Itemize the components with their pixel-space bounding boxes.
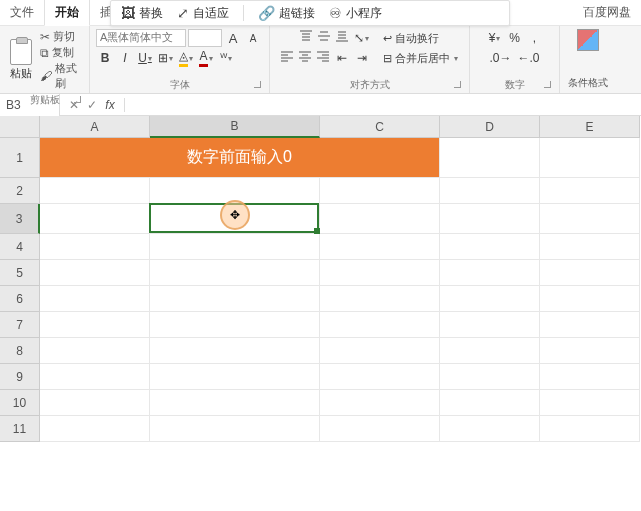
cell[interactable] [440, 364, 540, 390]
align-bottom-button[interactable] [334, 29, 350, 43]
cell[interactable] [320, 364, 440, 390]
row-header-3[interactable]: 3 [0, 204, 40, 234]
cell[interactable] [320, 204, 440, 234]
cell[interactable] [150, 234, 320, 260]
cell[interactable] [40, 286, 150, 312]
currency-button[interactable]: ¥▾ [486, 29, 504, 47]
align-top-button[interactable] [298, 29, 314, 43]
indent-left-button[interactable]: ⇤ [333, 49, 351, 67]
cell[interactable] [150, 338, 320, 364]
align-right-button[interactable] [315, 49, 331, 63]
cell[interactable] [40, 338, 150, 364]
row-header-6[interactable]: 6 [0, 286, 40, 312]
fit-button[interactable]: ⤢ 自适应 [177, 5, 229, 22]
fill-color-button[interactable]: ◬▾ [177, 49, 195, 67]
percent-button[interactable]: % [506, 29, 524, 47]
cell[interactable] [440, 390, 540, 416]
cell[interactable] [320, 178, 440, 204]
align-center-button[interactable] [297, 49, 313, 63]
cell[interactable] [40, 178, 150, 204]
cell[interactable] [320, 338, 440, 364]
row-header-11[interactable]: 11 [0, 416, 40, 442]
row-header-1[interactable]: 1 [0, 138, 40, 178]
orientation-button[interactable]: ⤡▾ [352, 29, 371, 47]
font-name-select[interactable]: A黑体简体中文 [96, 29, 186, 47]
row-header-4[interactable]: 4 [0, 234, 40, 260]
cell[interactable] [440, 416, 540, 442]
replace-button[interactable]: 🖼 替换 [121, 5, 163, 22]
cell[interactable] [440, 178, 540, 204]
cell[interactable] [440, 338, 540, 364]
cell[interactable] [40, 390, 150, 416]
tab-home[interactable]: 开始 [44, 0, 90, 26]
cell[interactable] [440, 260, 540, 286]
borders-button[interactable]: ⊞▾ [156, 49, 175, 67]
align-left-button[interactable] [279, 49, 295, 63]
merge-center-button[interactable]: ⊟ 合并后居中 ▾ [381, 49, 460, 67]
cell[interactable] [440, 234, 540, 260]
cell[interactable] [320, 416, 440, 442]
cell[interactable] [540, 390, 640, 416]
decrease-font-button[interactable]: A [244, 29, 262, 47]
merged-banner-cell[interactable]: 数字前面输入0 [40, 138, 440, 178]
decrease-decimal-button[interactable]: ←.0 [516, 49, 542, 67]
cell[interactable] [150, 364, 320, 390]
cell[interactable] [440, 312, 540, 338]
col-header-C[interactable]: C [320, 116, 440, 138]
cell[interactable] [540, 260, 640, 286]
cond-format-label[interactable]: 条件格式 [566, 76, 610, 90]
row-header-7[interactable]: 7 [0, 312, 40, 338]
tab-baidu[interactable]: 百度网盘 [573, 0, 641, 25]
cell[interactable] [540, 234, 640, 260]
indent-right-button[interactable]: ⇥ [353, 49, 371, 67]
tab-file[interactable]: 文件 [0, 0, 44, 25]
cell[interactable] [440, 204, 540, 234]
cell[interactable] [150, 390, 320, 416]
fx-button[interactable]: fx [102, 98, 118, 112]
cell[interactable] [540, 416, 640, 442]
row-header-5[interactable]: 5 [0, 260, 40, 286]
italic-button[interactable]: I [116, 49, 134, 67]
cell[interactable] [40, 234, 150, 260]
select-all-corner[interactable] [0, 116, 40, 138]
spreadsheet-grid[interactable]: ABCDE 1234567891011 数字前面输入0 ✥ [0, 116, 641, 511]
increase-font-button[interactable]: A [224, 29, 242, 47]
col-header-D[interactable]: D [440, 116, 540, 138]
formula-input[interactable] [125, 95, 641, 115]
hyperlink-button[interactable]: 🔗 超链接 [258, 5, 315, 22]
col-header-B[interactable]: B [150, 116, 320, 138]
cell[interactable] [150, 260, 320, 286]
paste-button[interactable]: 粘贴 [6, 37, 36, 83]
cell[interactable] [150, 178, 320, 204]
col-header-E[interactable]: E [540, 116, 640, 138]
row-header-10[interactable]: 10 [0, 390, 40, 416]
cell[interactable] [540, 204, 640, 234]
cell[interactable] [440, 138, 540, 178]
cut-button[interactable]: ✂ 剪切 [40, 29, 83, 44]
cell[interactable] [40, 312, 150, 338]
cell[interactable] [40, 204, 150, 234]
cell[interactable] [320, 286, 440, 312]
cell[interactable] [440, 286, 540, 312]
cond-format-icon[interactable] [577, 29, 599, 51]
wrap-text-button[interactable]: ↩ 自动换行 [381, 29, 441, 47]
align-middle-button[interactable] [316, 29, 332, 43]
cell[interactable] [320, 260, 440, 286]
cell[interactable] [320, 312, 440, 338]
cell[interactable] [150, 204, 320, 234]
cell[interactable] [540, 178, 640, 204]
row-header-9[interactable]: 9 [0, 364, 40, 390]
comma-button[interactable]: , [526, 29, 544, 47]
copy-button[interactable]: ⧉ 复制 [40, 45, 83, 60]
cell[interactable] [540, 138, 640, 178]
painter-button[interactable]: 🖌 格式刷 [40, 61, 83, 91]
cell[interactable] [540, 312, 640, 338]
col-header-A[interactable]: A [40, 116, 150, 138]
cell[interactable] [540, 338, 640, 364]
cell[interactable] [150, 312, 320, 338]
underline-button[interactable]: U▾ [136, 49, 154, 67]
cell[interactable] [320, 390, 440, 416]
cell[interactable] [150, 286, 320, 312]
enter-fx-button[interactable]: ✓ [84, 98, 100, 112]
phonetic-button[interactable]: ᵂ▾ [217, 49, 235, 67]
